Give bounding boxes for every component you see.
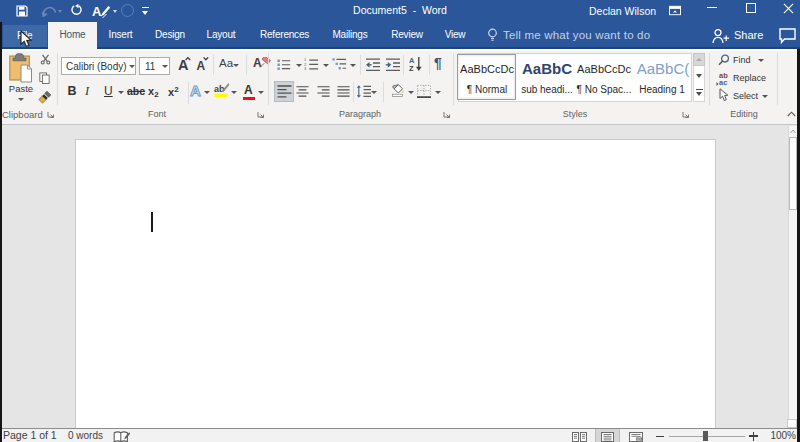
svg-text:A: A [178,57,189,72]
svg-text:A: A [197,59,206,72]
svg-text:3: 3 [304,66,307,71]
svg-text:A: A [190,82,201,99]
svg-text:ac: ac [719,78,727,86]
svg-text:ab: ab [214,84,225,94]
svg-text:Z: Z [409,64,414,72]
